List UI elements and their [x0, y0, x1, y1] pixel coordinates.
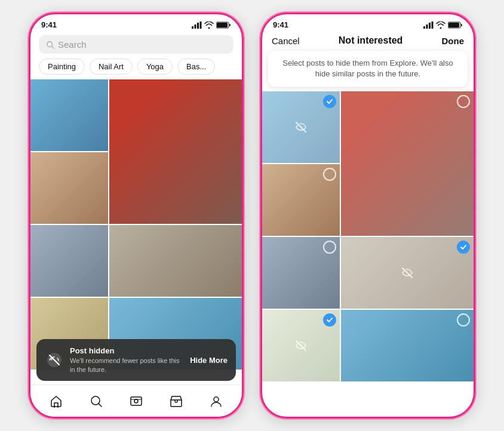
svg-rect-5 — [217, 23, 228, 27]
nav-reels[interactable] — [128, 393, 144, 409]
grid-cell-r5[interactable] — [341, 237, 474, 309]
svg-rect-18 — [429, 23, 431, 29]
nav-shop[interactable] — [168, 393, 184, 409]
time-right: 9:41 — [273, 20, 288, 29]
grid-cell-4[interactable] — [30, 225, 108, 297]
signal-icon-r — [423, 21, 434, 29]
not-interested-title: Not interested — [339, 35, 403, 46]
svg-rect-3 — [200, 21, 202, 29]
search-icon — [46, 41, 54, 49]
category-nail-art[interactable]: Nail Art — [90, 59, 133, 75]
grid-cell-2[interactable] — [109, 79, 242, 224]
search-placeholder: Search — [58, 39, 87, 50]
status-bar-left: 9:41 — [30, 14, 242, 32]
grid-cell-r3[interactable] — [262, 164, 340, 236]
eye-off-r1 — [294, 121, 308, 134]
grid-cell-1[interactable] — [30, 79, 108, 151]
post-hidden-toast: Post hidden We'll recommend fewer posts … — [36, 339, 236, 381]
status-icons-right — [423, 21, 463, 29]
explore-grid-left — [30, 79, 242, 371]
svg-rect-17 — [426, 24, 428, 29]
time-left: 9:41 — [41, 20, 57, 29]
svg-rect-0 — [192, 26, 193, 29]
battery-icon — [216, 21, 231, 29]
svg-line-7 — [52, 46, 54, 48]
svg-point-13 — [134, 399, 138, 403]
bottom-nav-left — [30, 384, 242, 417]
hidden-icon — [45, 350, 64, 370]
svg-line-11 — [99, 404, 102, 407]
explore-grid-right — [262, 91, 474, 384]
status-icons-left — [192, 21, 231, 29]
category-more[interactable]: Bas... — [177, 59, 215, 75]
toast-subtitle: We'll recommend fewer posts like this in… — [70, 356, 184, 374]
grid-cell-r1[interactable] — [262, 91, 340, 163]
cell-check-r3[interactable] — [323, 168, 336, 181]
category-painting[interactable]: Painting — [39, 59, 85, 75]
battery-icon-r — [448, 21, 463, 29]
grid-cell-r4[interactable] — [262, 237, 340, 309]
right-phone: 9:41 Cancel Not interested Done — [260, 13, 475, 418]
nav-home[interactable] — [48, 393, 64, 409]
cell-check-r7[interactable] — [457, 313, 470, 327]
svg-rect-16 — [423, 26, 425, 29]
svg-rect-21 — [448, 23, 459, 27]
grid-cell-r6[interactable] — [262, 310, 340, 381]
wifi-icon-r — [436, 21, 445, 29]
grid-cell-r7[interactable] — [341, 310, 474, 381]
tooltip-box: Select posts to hide them from Explore. … — [268, 51, 468, 87]
nav-profile[interactable] — [208, 393, 224, 409]
category-yoga[interactable]: Yoga — [137, 59, 173, 75]
grid-cell-r2[interactable] — [341, 91, 474, 236]
signal-icon — [192, 21, 202, 29]
eye-off-r6 — [294, 339, 308, 352]
top-bar-right: Cancel Not interested Done — [262, 32, 474, 51]
eye-off-icon — [47, 352, 62, 368]
svg-rect-19 — [432, 21, 434, 29]
done-button[interactable]: Done — [442, 36, 465, 46]
hide-more-button[interactable]: Hide More — [190, 356, 228, 365]
nav-search[interactable] — [88, 393, 104, 409]
svg-point-15 — [214, 397, 219, 402]
categories: Painting Nail Art Yoga Bas... — [30, 59, 242, 79]
cancel-button[interactable]: Cancel — [272, 36, 300, 46]
toast-title: Post hidden — [70, 346, 184, 355]
svg-rect-2 — [197, 23, 199, 29]
status-bar-right: 9:41 — [262, 14, 474, 32]
svg-rect-12 — [131, 397, 142, 405]
grid-cell-3[interactable] — [30, 152, 108, 224]
svg-rect-1 — [195, 24, 196, 29]
left-phone: 9:41 Search — [29, 13, 244, 418]
tooltip-text: Select posts to hide them from Explore. … — [282, 59, 453, 78]
toast-text: Post hidden We'll recommend fewer posts … — [70, 346, 184, 374]
grid-cell-5[interactable] — [109, 225, 242, 297]
eye-off-r5 — [401, 266, 414, 279]
cell-check-r4[interactable] — [323, 241, 336, 254]
cell-overlay-r2 — [341, 91, 474, 236]
search-bar[interactable]: Search — [39, 35, 233, 54]
wifi-icon — [204, 21, 214, 29]
